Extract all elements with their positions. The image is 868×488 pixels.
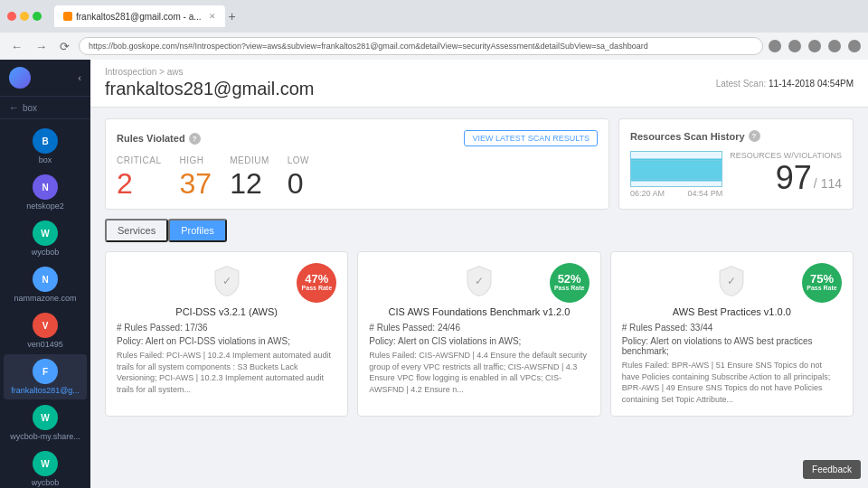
profile-rules-failed-2: Rules Failed: BPR-AWS | 51 Ensure SNS To… (622, 360, 842, 405)
sidebar-item-2[interactable]: Wwycbob (4, 216, 87, 261)
profile-card-0: ✓ 47% Pass Rate PCI-DSS v3.2.1 (AWS) # R… (105, 251, 348, 417)
rules-violated-info-icon[interactable]: ? (189, 133, 201, 145)
profile-policy-2: Policy: Alert on violations to AWS best … (622, 336, 842, 356)
cards-row: Rules Violated ? VIEW LATEST SCAN RESULT… (105, 118, 854, 210)
sidebar-avatar-0: B (33, 128, 58, 154)
violation-count-2: 12 (230, 169, 269, 198)
rules-violated-card: Rules Violated ? VIEW LATEST SCAN RESULT… (105, 118, 609, 210)
view-latest-results-button[interactable]: VIEW LATEST SCAN RESULTS (464, 130, 598, 146)
tab-title: frankaltos281@gmail.com - a... (76, 12, 202, 22)
browser-icon-4 (828, 40, 841, 52)
sidebar-item-6[interactable]: Wwycbob-my.share... (4, 400, 87, 446)
resources-count-area: RESOURCES W/VIOLATIONS 97 / 114 (730, 151, 842, 194)
sidebar-back-label: box (23, 103, 37, 113)
violations-grid: CRITICAL2HIGH37MEDIUM12LOW0 (117, 155, 598, 198)
violation-level-0: CRITICAL (117, 155, 162, 165)
latest-scan-time: 11-14-2018 04:54PM (769, 79, 854, 89)
forward-button[interactable]: → (32, 38, 51, 55)
browser-icon-1 (769, 40, 781, 52)
minimize-button[interactable] (20, 12, 29, 21)
profile-shield-2: ✓ (713, 263, 750, 299)
sidebar-avatar-7: W (33, 451, 58, 476)
feedback-button[interactable]: Feedback (803, 460, 861, 479)
violation-high: HIGH37 (180, 155, 212, 198)
sidebar-label-2: wycbob (32, 248, 60, 257)
chart-end-time: 04:54 PM (688, 189, 723, 198)
violation-level-3: LOW (288, 155, 309, 165)
latest-scan-info: Latest Scan: 11-14-2018 04:54PM (716, 79, 854, 89)
profile-rules-failed-1: Rules Failed: CIS-AWSFND | 4.4 Ensure th… (369, 350, 589, 395)
pass-rate-badge-2: 75% Pass Rate (802, 263, 842, 303)
sidebar-item-7[interactable]: Wwycbob (4, 446, 87, 488)
url-text: https://bob.goskope.com/ns#/Introspectio… (89, 42, 648, 51)
sidebar-item-4[interactable]: Vven01495 (4, 308, 87, 353)
tab-services[interactable]: Services (105, 219, 168, 242)
browser-chrome: frankaltos281@gmail.com - a... ✕ + (0, 0, 868, 33)
profile-rules-passed-0: # Rules Passed: 17/36 (117, 323, 336, 333)
svg-text:✓: ✓ (727, 275, 736, 287)
browser-icon-2 (788, 40, 801, 52)
violation-count-0: 2 (117, 169, 162, 198)
violation-level-1: HIGH (180, 155, 212, 165)
pass-rate-badge-0: 47% Pass Rate (297, 263, 336, 303)
profile-header-2: ✓ 75% Pass Rate (622, 263, 842, 299)
sidebar-label-5: frankaltos281@g... (11, 386, 80, 395)
browser-icon-5 (848, 40, 861, 52)
sidebar-avatar-4: V (33, 313, 58, 338)
latest-scan-label: Latest Scan: (716, 79, 767, 89)
profile-name-1: CIS AWS Foundations Benchmark v1.2.0 (369, 306, 589, 317)
pass-rate-badge-1: 52% Pass Rate (550, 263, 590, 303)
sidebar-collapse-button[interactable]: ‹ (78, 72, 81, 83)
resources-history-card: Resources Scan History ? (618, 118, 854, 210)
profile-card-1: ✓ 52% Pass Rate CIS AWS Foundations Benc… (357, 251, 600, 417)
header-left: Introspection > aws frankaltos281@gmail.… (105, 67, 315, 99)
favicon (63, 12, 72, 21)
sidebar-label-6: wycbob-my.share... (10, 432, 80, 441)
sidebar-item-3[interactable]: Nnammazone.com (4, 262, 87, 307)
profile-name-2: AWS Best Practices v1.0.0 (622, 306, 842, 317)
sidebar-back-nav[interactable]: ← box (0, 97, 90, 119)
sidebar-label-0: box (39, 155, 52, 164)
profile-policy-0: Policy: Alert on PCI-DSS violations in A… (117, 336, 336, 346)
sidebar-avatar-6: W (33, 405, 58, 430)
sidebar-items: BboxNnetskope2WwycbobNnammazone.comVven0… (0, 119, 90, 488)
address-bar[interactable]: https://bob.goskope.com/ns#/Introspectio… (79, 37, 763, 55)
resources-total: / 114 (814, 176, 842, 191)
maximize-button[interactable] (33, 12, 42, 21)
sidebar-label-1: netskope2 (26, 202, 64, 211)
browser-tab[interactable]: frankaltos281@gmail.com - a... ✕ (54, 5, 225, 27)
sidebar-item-1[interactable]: Nnetskope2 (4, 170, 87, 215)
violation-critical: CRITICAL2 (117, 155, 162, 198)
profile-header-0: ✓ 47% Pass Rate (117, 263, 336, 299)
browser-icons (769, 40, 861, 52)
traffic-lights (7, 12, 42, 21)
rules-violated-header: Rules Violated ? VIEW LATEST SCAN RESULT… (117, 130, 598, 146)
sidebar: ‹ ← box BboxNnetskope2WwycbobNnammazone.… (0, 60, 90, 488)
app: ‹ ← box BboxNnetskope2WwycbobNnammazone.… (0, 60, 868, 488)
violation-medium: MEDIUM12 (230, 155, 269, 198)
violation-low: LOW0 (288, 155, 309, 198)
profile-rules-passed-1: # Rules Passed: 24/46 (369, 323, 589, 333)
resources-history-info-icon[interactable]: ? (749, 130, 760, 142)
profile-name-0: PCI-DSS v3.2.1 (AWS) (117, 306, 336, 317)
tab-close-icon[interactable]: ✕ (209, 12, 216, 21)
reload-button[interactable]: ⟳ (56, 38, 73, 55)
back-arrow-icon: ← (9, 102, 19, 113)
profile-rules-passed-2: # Rules Passed: 33/44 (622, 323, 842, 333)
sidebar-item-5[interactable]: Ffrankaltos281@g... (4, 354, 87, 399)
address-bar-row: ← → ⟳ https://bob.goskope.com/ns#/Intros… (0, 33, 868, 60)
back-button[interactable]: ← (7, 38, 26, 55)
profile-header-1: ✓ 52% Pass Rate (369, 263, 589, 299)
close-button[interactable] (7, 12, 16, 21)
tab-profiles[interactable]: Profiles (168, 219, 227, 242)
scan-chart (630, 151, 722, 187)
main-content: Introspection > aws frankaltos281@gmail.… (90, 60, 868, 488)
rules-violated-title: Rules Violated ? (117, 133, 201, 145)
sidebar-item-0[interactable]: Bbox (4, 124, 87, 169)
new-tab-button[interactable]: + (229, 9, 236, 23)
pass-rate-circle-2: 75% Pass Rate (802, 263, 842, 303)
violation-level-2: MEDIUM (230, 155, 269, 165)
profile-policy-1: Policy: Alert on CIS violations in AWS; (369, 336, 589, 346)
profile-rules-failed-0: Rules Failed: PCI-AWS | 10.2.4 Implement… (117, 350, 336, 395)
content-area: Rules Violated ? VIEW LATEST SCAN RESULT… (90, 108, 868, 488)
